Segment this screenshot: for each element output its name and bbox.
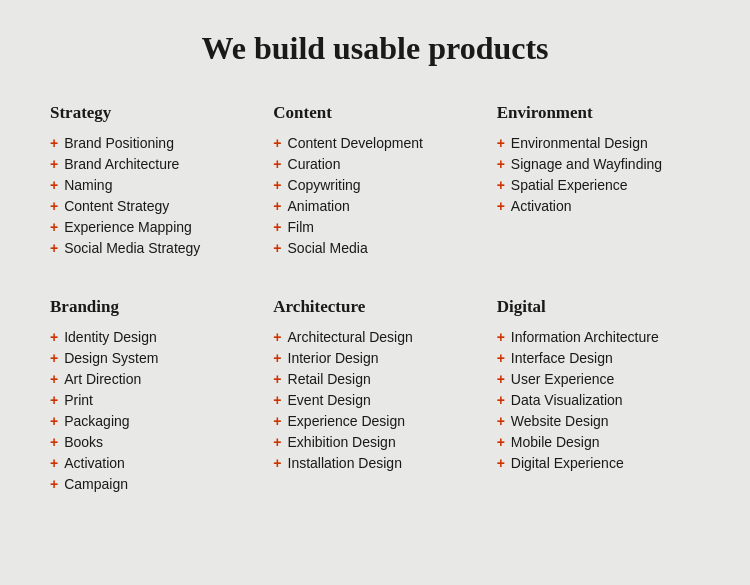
- plus-icon: +: [497, 178, 505, 192]
- plus-icon: +: [497, 199, 505, 213]
- plus-icon: +: [497, 435, 505, 449]
- item-list-strategy: +Brand Positioning+Brand Architecture+Na…: [50, 135, 253, 256]
- plus-icon: +: [50, 435, 58, 449]
- list-item: +Campaign: [50, 476, 253, 492]
- list-item: +Curation: [273, 156, 476, 172]
- list-item: +Exhibition Design: [273, 434, 476, 450]
- item-list-environment: +Environmental Design+Signage and Wayfin…: [497, 135, 700, 214]
- plus-icon: +: [273, 178, 281, 192]
- list-item: +Information Architecture: [497, 329, 700, 345]
- plus-icon: +: [273, 435, 281, 449]
- category-title-architecture: Architecture: [273, 297, 476, 317]
- item-label: Information Architecture: [511, 329, 659, 345]
- item-label: Brand Architecture: [64, 156, 179, 172]
- item-label: Installation Design: [288, 455, 402, 471]
- list-item: +Social Media Strategy: [50, 240, 253, 256]
- plus-icon: +: [50, 393, 58, 407]
- plus-icon: +: [50, 199, 58, 213]
- item-label: Social Media: [288, 240, 368, 256]
- category-digital: Digital+Information Architecture+Interfa…: [497, 297, 700, 497]
- list-item: +Books: [50, 434, 253, 450]
- list-item: +Content Strategy: [50, 198, 253, 214]
- plus-icon: +: [50, 136, 58, 150]
- plus-icon: +: [273, 220, 281, 234]
- item-label: Naming: [64, 177, 112, 193]
- item-label: Architectural Design: [288, 329, 413, 345]
- page-title: We build usable products: [50, 30, 700, 67]
- plus-icon: +: [497, 136, 505, 150]
- item-label: Activation: [64, 455, 125, 471]
- item-label: Design System: [64, 350, 158, 366]
- plus-icon: +: [50, 414, 58, 428]
- list-item: +Print: [50, 392, 253, 408]
- list-item: +Data Visualization: [497, 392, 700, 408]
- item-label: Website Design: [511, 413, 609, 429]
- item-label: Signage and Wayfinding: [511, 156, 662, 172]
- category-title-digital: Digital: [497, 297, 700, 317]
- plus-icon: +: [497, 456, 505, 470]
- list-item: +Environmental Design: [497, 135, 700, 151]
- category-title-content: Content: [273, 103, 476, 123]
- plus-icon: +: [273, 330, 281, 344]
- list-item: +Design System: [50, 350, 253, 366]
- plus-icon: +: [50, 157, 58, 171]
- list-item: +Packaging: [50, 413, 253, 429]
- item-label: Animation: [288, 198, 350, 214]
- list-item: +Spatial Experience: [497, 177, 700, 193]
- list-item: +Art Direction: [50, 371, 253, 387]
- item-list-digital: +Information Architecture+Interface Desi…: [497, 329, 700, 471]
- plus-icon: +: [273, 456, 281, 470]
- plus-icon: +: [50, 372, 58, 386]
- plus-icon: +: [273, 372, 281, 386]
- item-label: Retail Design: [288, 371, 371, 387]
- plus-icon: +: [273, 241, 281, 255]
- item-label: Content Strategy: [64, 198, 169, 214]
- list-item: +Installation Design: [273, 455, 476, 471]
- plus-icon: +: [50, 220, 58, 234]
- plus-icon: +: [497, 330, 505, 344]
- item-label: Interface Design: [511, 350, 613, 366]
- plus-icon: +: [273, 199, 281, 213]
- item-label: Copywriting: [288, 177, 361, 193]
- category-content: Content+Content Development+Curation+Cop…: [273, 103, 476, 261]
- item-label: Print: [64, 392, 93, 408]
- plus-icon: +: [273, 414, 281, 428]
- plus-icon: +: [273, 351, 281, 365]
- plus-icon: +: [497, 393, 505, 407]
- list-item: +Film: [273, 219, 476, 235]
- list-item: +Copywriting: [273, 177, 476, 193]
- plus-icon: +: [50, 456, 58, 470]
- item-label: Film: [288, 219, 314, 235]
- plus-icon: +: [497, 157, 505, 171]
- category-environment: Environment+Environmental Design+Signage…: [497, 103, 700, 261]
- list-item: +Activation: [497, 198, 700, 214]
- list-item: +Interior Design: [273, 350, 476, 366]
- item-list-content: +Content Development+Curation+Copywritin…: [273, 135, 476, 256]
- item-label: Exhibition Design: [288, 434, 396, 450]
- plus-icon: +: [273, 393, 281, 407]
- category-title-strategy: Strategy: [50, 103, 253, 123]
- item-label: Art Direction: [64, 371, 141, 387]
- list-item: +Architectural Design: [273, 329, 476, 345]
- list-item: +Identity Design: [50, 329, 253, 345]
- list-item: +Social Media: [273, 240, 476, 256]
- item-list-architecture: +Architectural Design+Interior Design+Re…: [273, 329, 476, 471]
- item-label: Books: [64, 434, 103, 450]
- plus-icon: +: [497, 372, 505, 386]
- list-item: +Digital Experience: [497, 455, 700, 471]
- item-label: Content Development: [288, 135, 423, 151]
- list-item: +Brand Architecture: [50, 156, 253, 172]
- item-label: Environmental Design: [511, 135, 648, 151]
- item-label: Brand Positioning: [64, 135, 174, 151]
- item-label: Experience Design: [288, 413, 406, 429]
- item-label: User Experience: [511, 371, 615, 387]
- list-item: +Brand Positioning: [50, 135, 253, 151]
- item-label: Packaging: [64, 413, 129, 429]
- item-label: Event Design: [288, 392, 371, 408]
- list-item: +Retail Design: [273, 371, 476, 387]
- list-item: +Naming: [50, 177, 253, 193]
- plus-icon: +: [50, 241, 58, 255]
- list-item: +Activation: [50, 455, 253, 471]
- item-label: Interior Design: [288, 350, 379, 366]
- item-label: Activation: [511, 198, 572, 214]
